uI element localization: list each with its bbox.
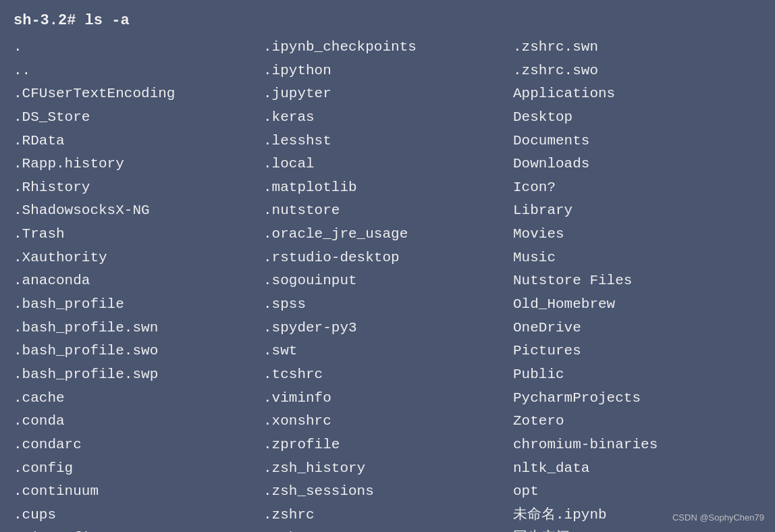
ls-output: ....CFUserTextEncoding.DS_Store.RData.Ra… — [14, 36, 761, 532]
file-item: .Rapp.history — [14, 153, 263, 176]
file-item: .zsh_history — [263, 457, 513, 481]
file-item: PycharmProjects — [513, 387, 749, 410]
file-item: Movies — [513, 223, 749, 246]
file-item: Library — [513, 199, 749, 223]
file-item: .viminfo — [263, 387, 513, 410]
file-item: .spyder-py3 — [263, 317, 513, 340]
file-item: .zshrc.swn — [513, 36, 749, 59]
file-item: .zprofile — [263, 433, 513, 457]
file-item: .ipython — [263, 59, 513, 83]
file-item: .gitconfig — [14, 527, 263, 532]
file-item: .conda — [14, 410, 263, 433]
file-item: .ShadowsocksX-NG — [14, 199, 263, 223]
file-item: chromium-binaries — [513, 433, 749, 457]
file-item: .xonshrc — [263, 410, 513, 433]
file-item: Old_Homebrew — [513, 293, 749, 317]
file-item: . — [14, 36, 263, 59]
terminal-window: sh-3.2# ls -a ....CFUserTextEncoding.DS_… — [0, 0, 775, 532]
terminal-prompt: sh-3.2# ls -a — [14, 12, 761, 29]
file-item: .RData — [14, 130, 263, 153]
watermark: CSDN @SophyChen79 — [672, 512, 764, 523]
file-item: Applications — [513, 82, 749, 106]
file-item: .bash_profile.swn — [14, 317, 263, 340]
file-item: .zsh_sessions — [263, 480, 513, 504]
file-item: nltk_data — [513, 457, 749, 481]
file-item: .jupyter — [263, 82, 513, 106]
column-1: ....CFUserTextEncoding.DS_Store.RData.Ra… — [14, 36, 263, 532]
file-item: OneDrive — [513, 317, 749, 340]
file-item: Music — [513, 246, 749, 270]
file-item: Icon? — [513, 176, 749, 200]
file-item: .oracle_jre_usage — [263, 223, 513, 246]
file-item: .sogouinput — [263, 269, 513, 293]
file-item: Desktop — [513, 106, 749, 130]
file-item: .. — [14, 59, 263, 83]
file-item: .cups — [14, 504, 263, 527]
file-item: opt — [513, 480, 749, 504]
file-item: .zshrc — [263, 504, 513, 527]
file-item: .bash_profile.swp — [14, 363, 263, 387]
file-item: .CFUserTextEncoding — [14, 82, 263, 106]
file-item: .config — [14, 457, 263, 481]
file-item: Documents — [513, 130, 749, 153]
file-item: .nutstore — [263, 199, 513, 223]
file-item: .lesshst — [263, 130, 513, 153]
column-3: .zshrc.swn.zshrc.swoApplicationsDesktopD… — [513, 36, 749, 532]
file-item: .rstudio-desktop — [263, 246, 513, 270]
file-item: .bash_profile — [14, 293, 263, 317]
file-item: .condarc — [14, 433, 263, 457]
file-item: .continuum — [14, 480, 263, 504]
file-item: .anaconda — [14, 269, 263, 293]
file-item: 同步空间 — [513, 527, 749, 532]
file-item: .cache — [14, 387, 263, 410]
file-item: .Trash — [14, 223, 263, 246]
file-item: Nutstore Files — [513, 269, 749, 293]
file-item: .zshrc.swo — [513, 59, 749, 83]
file-item: Pictures — [513, 340, 749, 363]
file-item: .zshrc.swm — [263, 527, 513, 532]
file-item: .tcshrc — [263, 363, 513, 387]
file-item: Public — [513, 363, 749, 387]
file-item: .keras — [263, 106, 513, 130]
file-item: Zotero — [513, 410, 749, 433]
file-item: .matplotlib — [263, 176, 513, 200]
file-item: .local — [263, 153, 513, 176]
file-item: .Rhistory — [14, 176, 263, 200]
file-item: .Xauthority — [14, 246, 263, 270]
column-2: .ipynb_checkpoints.ipython.jupyter.keras… — [263, 36, 513, 532]
file-item: .spss — [263, 293, 513, 317]
file-item: Downloads — [513, 153, 749, 176]
file-item: .DS_Store — [14, 106, 263, 130]
file-item: .ipynb_checkpoints — [263, 36, 513, 59]
file-item: .swt — [263, 340, 513, 363]
file-item: .bash_profile.swo — [14, 340, 263, 363]
